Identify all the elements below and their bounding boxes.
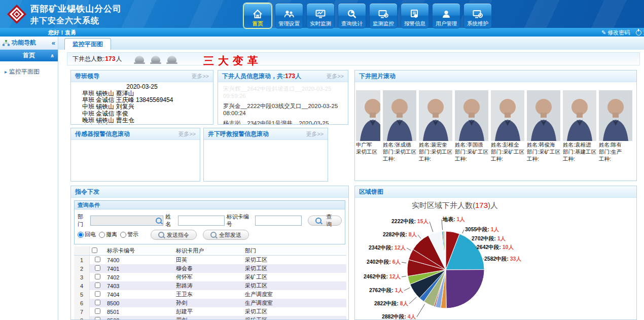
cell: 7401 bbox=[105, 264, 174, 273]
nav-label: 用户管理 bbox=[436, 20, 457, 27]
nav-item-search-stats[interactable]: 查询统计 bbox=[338, 3, 366, 28]
row-checkbox[interactable] bbox=[95, 291, 100, 297]
photo-caption: 工种: bbox=[599, 156, 632, 162]
cell: 采切工区 bbox=[243, 264, 305, 273]
search-icon bbox=[158, 232, 164, 238]
select-all-checkbox[interactable] bbox=[92, 247, 97, 253]
nav-item-monitor-tools[interactable]: 系统维护 bbox=[463, 3, 492, 28]
system-name: 井下安全六大系统 bbox=[30, 16, 122, 26]
dept-label: 部门 bbox=[78, 213, 88, 228]
photo-caption: 姓名:陈有 bbox=[599, 141, 632, 148]
photo-caption: 部门:基建工区 bbox=[563, 149, 596, 155]
cell: 采切工区 bbox=[243, 307, 305, 316]
send-command-button[interactable]: 发送指令 bbox=[151, 230, 197, 240]
photo-caption: 姓名:张成德 bbox=[383, 141, 416, 148]
worker-card: 姓名:韩俊海部门:采矿工区工种: bbox=[527, 90, 560, 162]
more-link[interactable]: 更多>> bbox=[178, 130, 196, 138]
radio-撤离[interactable]: 撤离 bbox=[99, 231, 117, 238]
dept-input[interactable] bbox=[90, 216, 163, 226]
cell: 7403 bbox=[105, 281, 174, 290]
more-link[interactable]: 更多>> bbox=[326, 73, 344, 80]
cell: 7400 bbox=[105, 256, 174, 265]
nav-item-users[interactable]: 管理设置 bbox=[275, 3, 303, 28]
filter-title: 查询条件 bbox=[75, 201, 345, 209]
row-checkbox[interactable] bbox=[95, 274, 100, 279]
cell: 采矿工区 bbox=[243, 273, 305, 281]
collapse-sidebar-icon[interactable]: « bbox=[52, 39, 55, 47]
leader-row: 晚班 金诚信 于石柱 15248333413 bbox=[82, 124, 213, 125]
dept-search-icon[interactable] bbox=[156, 218, 162, 224]
logout-link[interactable]: 退出 bbox=[636, 29, 644, 37]
top-header: 西部矿业锡铁山分公司 井下安全六大系统 首页管理设置实时监测查询统计监测监控报警… bbox=[0, 0, 644, 28]
row-number: 4 bbox=[74, 281, 90, 290]
col-dept: 部门 bbox=[243, 246, 305, 256]
row-checkbox[interactable] bbox=[95, 317, 100, 320]
radio-input[interactable] bbox=[78, 232, 84, 238]
row-checkbox[interactable] bbox=[95, 265, 100, 271]
alarm-bell-icon bbox=[151, 56, 160, 62]
nav-label: 系统维护 bbox=[467, 20, 488, 27]
table-row[interactable]: 17400田英采切工区 bbox=[74, 256, 346, 265]
pie-leader-line bbox=[417, 304, 425, 317]
row-checkbox[interactable] bbox=[95, 308, 100, 314]
home-icon bbox=[252, 7, 263, 20]
more-link[interactable]: 更多>> bbox=[306, 130, 324, 138]
nav-item-monitor-gear[interactable]: 监测监控 bbox=[369, 3, 398, 28]
doc-shield-icon bbox=[409, 7, 420, 20]
search-stats-icon bbox=[346, 7, 357, 20]
panel-sos-alarm: 井下呼救报警信息滚动 更多>> bbox=[203, 128, 328, 182]
table-row[interactable]: 27401穆会春采切工区 bbox=[74, 264, 346, 273]
more-link[interactable]: 更多>> bbox=[191, 73, 209, 80]
search-icon bbox=[315, 218, 321, 224]
query-button[interactable]: 查询 bbox=[308, 216, 342, 226]
chevron-up-icon: ∧ bbox=[50, 53, 54, 58]
personnel-row: 杨志岗__2342中段1号溜井__2020-03-25 08:00:30 bbox=[223, 120, 343, 125]
name-input[interactable] bbox=[178, 216, 225, 226]
row-checkbox[interactable] bbox=[95, 300, 100, 305]
table-row[interactable]: 88502周剑采矿工区 bbox=[74, 316, 346, 320]
card-input[interactable] bbox=[255, 216, 302, 226]
monitor-gear-icon bbox=[378, 7, 389, 20]
nav-item-user[interactable]: 用户管理 bbox=[432, 3, 460, 28]
send-all-button[interactable]: 全部发送 bbox=[203, 230, 249, 240]
nav-item-home[interactable]: 首页 bbox=[243, 3, 272, 28]
radio-input[interactable] bbox=[99, 232, 105, 238]
row-number: 7 bbox=[74, 307, 90, 316]
pie-leader-line bbox=[418, 235, 421, 238]
panel-title: 下井人员信息滚动，共:173人 bbox=[222, 72, 301, 81]
row-checkbox-cell bbox=[90, 299, 105, 307]
card-table: 标示卡编号 标识卡用户 部门 17400田英采切工区27401穆会春采切工区37… bbox=[74, 246, 346, 320]
row-checkbox[interactable] bbox=[95, 257, 100, 262]
table-row[interactable]: 47403邢路涛采切工区 bbox=[74, 281, 346, 290]
row-checkbox-cell bbox=[90, 316, 105, 320]
tab-monitor-map[interactable]: 监控平面图 bbox=[64, 38, 111, 50]
change-password-link[interactable]: ✎ 修改密码 bbox=[601, 29, 630, 37]
worker-card: 姓名:陈有部门:生产工种: bbox=[599, 90, 632, 162]
table-row[interactable]: 68500孙剑生产调度室 bbox=[74, 299, 346, 307]
user-icon bbox=[441, 7, 452, 20]
nav-item-monitor-chart[interactable]: 实时监测 bbox=[306, 3, 335, 28]
sidebar: 功能导航 « 首页 ∧ ▸ 监控平面图 bbox=[0, 37, 58, 320]
cell-filler bbox=[305, 299, 346, 307]
row-number: 2 bbox=[74, 264, 90, 273]
cell-filler bbox=[305, 316, 346, 320]
table-row[interactable]: 78501彭建平采切工区 bbox=[74, 307, 346, 316]
radio-警示[interactable]: 警示 bbox=[120, 231, 138, 238]
radio-input[interactable] bbox=[120, 232, 126, 238]
photo-caption: 工种: bbox=[491, 156, 524, 162]
pie-leader-line bbox=[402, 276, 406, 277]
leader-row: 中班 锡铁山 刘复兴 bbox=[82, 103, 213, 110]
photo-strip: 申广军采切工区姓名:张成德部门:采切工区工种:姓名:裴宏奎部门:采切工区工种:姓… bbox=[355, 82, 636, 162]
nav-label: 监测监控 bbox=[373, 20, 394, 27]
region-pie-chart: 实时区域下井人数(173)人 2222中段: 15人2282中段: 8人2342… bbox=[355, 198, 636, 320]
table-row[interactable]: 57404王卫东生产调度室 bbox=[74, 290, 346, 299]
cell: 8500 bbox=[105, 299, 174, 307]
sidebar-accordion-home[interactable]: 首页 ∧ bbox=[0, 50, 58, 61]
row-checkbox[interactable] bbox=[95, 282, 100, 288]
nav-item-doc-shield[interactable]: 报警信息 bbox=[401, 3, 429, 28]
row-checkbox-cell bbox=[90, 307, 105, 316]
radio-回电[interactable]: 回电 bbox=[78, 231, 96, 238]
table-row[interactable]: 37402何怀军采矿工区 bbox=[74, 273, 346, 281]
sidebar-item-monitor-map[interactable]: ▸ 监控平面图 bbox=[0, 61, 58, 76]
nav-label: 管理设置 bbox=[278, 20, 300, 27]
